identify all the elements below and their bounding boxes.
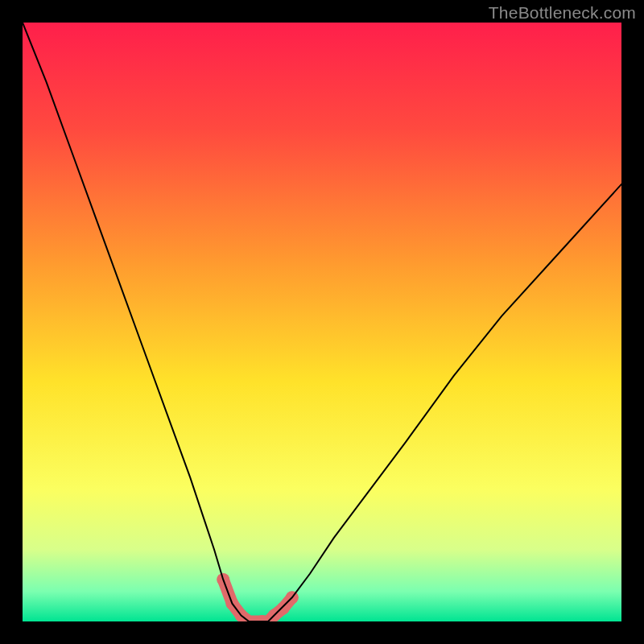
- bottleneck-curve: [23, 23, 621, 621]
- curve-layer: [23, 23, 621, 621]
- plot-area: [23, 23, 621, 621]
- valley-dot: [277, 602, 290, 615]
- watermark: TheBottleneck.com: [489, 3, 636, 23]
- chart-frame: TheBottleneck.com: [0, 0, 644, 644]
